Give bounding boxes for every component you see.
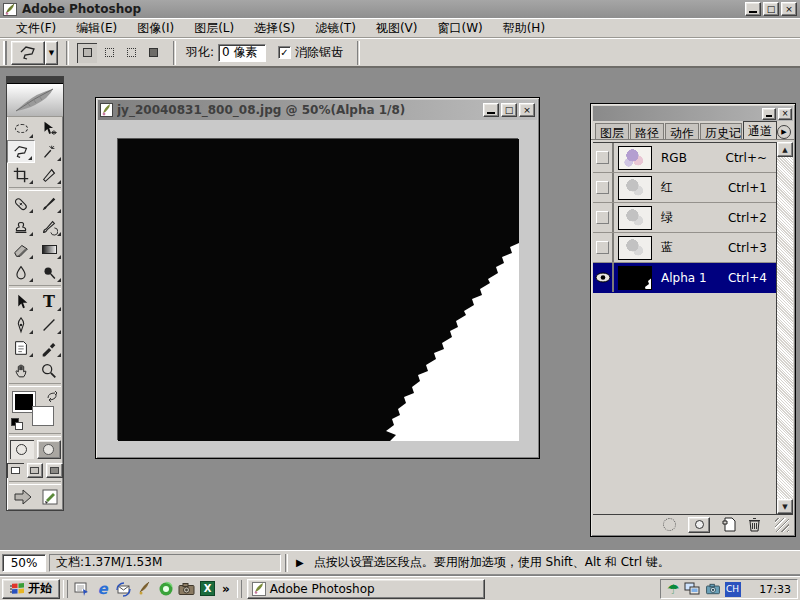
tool-slice[interactable] xyxy=(35,163,63,186)
menu-file[interactable]: 文件(F) xyxy=(6,18,66,39)
visibility-checkbox[interactable] xyxy=(596,151,609,164)
document-minimize-button[interactable] xyxy=(483,103,499,117)
menu-window[interactable]: 窗口(W) xyxy=(427,18,492,39)
toolbox-logo[interactable] xyxy=(7,84,63,117)
standard-mode-button[interactable] xyxy=(10,440,34,459)
outlook-express-icon[interactable] xyxy=(113,579,134,599)
selection-mode-subtract-button[interactable] xyxy=(121,43,141,63)
tool-preset-dropdown[interactable]: ▼ xyxy=(45,41,58,65)
channel-row-rgb[interactable]: RGB Ctrl+~ xyxy=(593,143,793,173)
tool-line[interactable] xyxy=(35,313,63,336)
tool-pen[interactable] xyxy=(7,313,35,336)
tool-healing-brush[interactable] xyxy=(7,192,35,215)
channel-row-green[interactable]: 绿 Ctrl+2 xyxy=(593,203,793,233)
internet-explorer-icon[interactable]: e xyxy=(92,579,113,599)
taskbar-handle[interactable] xyxy=(237,580,242,598)
menu-help[interactable]: 帮助(H) xyxy=(493,18,555,39)
channel-row-blue[interactable]: 蓝 Ctrl+3 xyxy=(593,233,793,263)
tool-brush[interactable] xyxy=(35,192,63,215)
save-selection-as-channel-button[interactable] xyxy=(688,517,710,533)
quick-mask-mode-button[interactable] xyxy=(37,440,61,459)
imageready-logo-icon[interactable] xyxy=(42,489,58,505)
visibility-cell[interactable] xyxy=(593,263,614,292)
palette-menu-button[interactable]: ▶ xyxy=(777,125,791,139)
default-colors-icon[interactable] xyxy=(11,418,23,430)
palette-minimize-button[interactable] xyxy=(762,108,776,120)
tab-history[interactable]: 历史记 xyxy=(700,123,742,139)
background-color-swatch[interactable] xyxy=(32,406,54,426)
visibility-cell[interactable] xyxy=(593,203,614,232)
feather-input[interactable] xyxy=(218,44,266,62)
document-close-button[interactable]: × xyxy=(519,103,535,117)
taskbar-handle[interactable] xyxy=(63,580,68,598)
tab-paths[interactable]: 路径 xyxy=(630,123,664,139)
menu-image[interactable]: 图像(I) xyxy=(127,18,184,39)
app-minimize-button[interactable] xyxy=(745,2,761,16)
app-restore-button[interactable]: □ xyxy=(763,2,779,16)
tool-move[interactable] xyxy=(35,117,63,140)
tool-gradient[interactable] xyxy=(35,238,63,261)
antivirus-umbrella-icon[interactable]: ☂ xyxy=(667,582,680,596)
zoom-level-field[interactable]: 50% xyxy=(2,554,46,572)
tool-blur[interactable] xyxy=(7,261,35,284)
selection-mode-add-button[interactable] xyxy=(99,43,119,63)
visibility-checkbox[interactable] xyxy=(596,181,609,194)
fullscreen-menubar-button[interactable] xyxy=(27,463,44,478)
status-popup-arrow[interactable]: ▶ xyxy=(296,557,304,568)
visibility-cell[interactable] xyxy=(593,173,614,202)
menu-select[interactable]: 选择(S) xyxy=(244,18,305,39)
excel-icon[interactable]: X xyxy=(197,579,218,599)
quick-launch-overflow-chevron[interactable]: » xyxy=(218,582,234,596)
image-canvas[interactable] xyxy=(117,138,518,440)
visibility-checkbox[interactable] xyxy=(596,211,609,224)
tool-dodge[interactable] xyxy=(35,261,63,284)
standard-screen-button[interactable] xyxy=(7,463,24,478)
network-icon[interactable] xyxy=(684,582,701,596)
tool-type[interactable]: T xyxy=(35,290,63,313)
app-close-button[interactable]: × xyxy=(781,2,797,16)
tool-history-brush[interactable] xyxy=(35,215,63,238)
visibility-checkbox[interactable] xyxy=(596,241,609,254)
acdsee-icon[interactable] xyxy=(155,579,176,599)
tab-layers[interactable]: 图层 xyxy=(595,123,629,139)
tab-channels[interactable]: 通道 xyxy=(743,121,777,139)
show-desktop-icon[interactable] xyxy=(71,579,92,599)
tool-path-selection[interactable] xyxy=(7,290,35,313)
tool-clone-stamp[interactable] xyxy=(7,215,35,238)
tool-magic-wand[interactable] xyxy=(35,140,63,163)
channel-row-red[interactable]: 红 Ctrl+1 xyxy=(593,173,793,203)
visibility-cell[interactable] xyxy=(593,233,614,262)
fullscreen-button[interactable] xyxy=(46,463,63,478)
tool-lasso[interactable] xyxy=(7,140,35,163)
tool-eyedropper[interactable] xyxy=(35,336,63,359)
tool-eraser[interactable] xyxy=(7,238,35,261)
tool-hand[interactable] xyxy=(7,359,35,382)
tool-crop[interactable] xyxy=(7,163,35,186)
jump-to-imageready-icon[interactable] xyxy=(13,488,39,506)
menu-filter[interactable]: 滤镜(T) xyxy=(305,18,366,39)
tool-zoom[interactable] xyxy=(35,359,63,382)
load-selection-button[interactable] xyxy=(663,518,676,531)
toolbox-drag-bar[interactable] xyxy=(7,77,63,84)
selection-mode-new-button[interactable] xyxy=(77,43,97,63)
menu-view[interactable]: 视图(V) xyxy=(366,18,428,39)
menu-edit[interactable]: 编辑(E) xyxy=(66,18,127,39)
camera-app-icon[interactable] xyxy=(176,579,197,599)
menu-layer[interactable]: 图层(L) xyxy=(184,18,244,39)
tool-notes[interactable] xyxy=(7,336,35,359)
swap-colors-icon[interactable] xyxy=(46,390,59,402)
tool-elliptical-marquee[interactable] xyxy=(7,117,35,140)
tab-actions[interactable]: 动作 xyxy=(665,123,699,139)
palette-close-button[interactable]: × xyxy=(778,108,792,120)
scroll-up-button[interactable]: ▲ xyxy=(777,142,793,157)
palette-title-bar[interactable]: × xyxy=(593,106,793,121)
tray-camera-icon[interactable] xyxy=(705,583,721,595)
selection-mode-intersect-button[interactable] xyxy=(143,43,163,63)
visibility-cell[interactable] xyxy=(593,143,614,172)
document-maximize-button[interactable]: □ xyxy=(501,103,517,117)
start-button[interactable]: 开始 xyxy=(2,579,60,599)
scroll-down-button[interactable]: ▼ xyxy=(777,499,793,514)
ime-indicator[interactable]: CH xyxy=(725,582,741,597)
new-channel-button[interactable] xyxy=(722,517,736,532)
scroll-track[interactable] xyxy=(777,157,793,499)
